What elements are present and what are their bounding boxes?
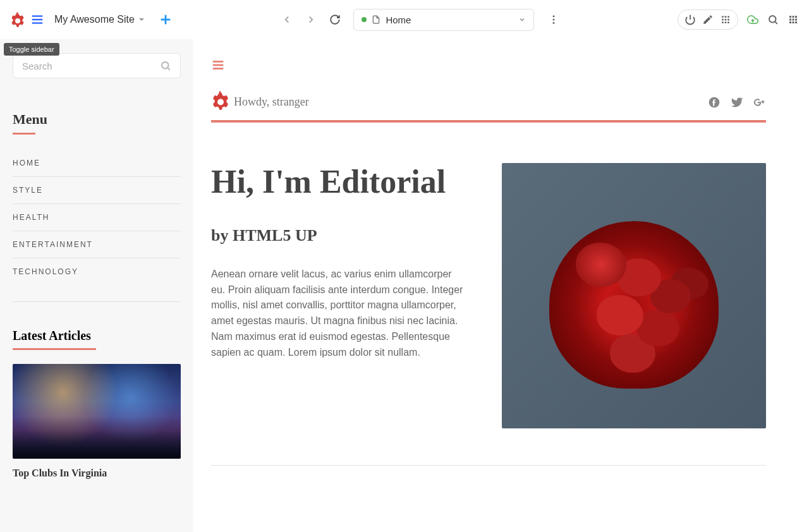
svg-point-12 — [722, 19, 724, 21]
greeting-text: Howdy, stranger — [234, 95, 309, 109]
toolbar-right — [678, 9, 799, 30]
svg-point-6 — [553, 19, 555, 21]
main-area: Menu HOME STYLE HEALTH ENTERTAINMENT TEC… — [0, 39, 809, 532]
svg-rect-26 — [789, 21, 791, 23]
google-plus-icon[interactable] — [753, 96, 766, 109]
svg-line-30 — [167, 68, 169, 70]
latest-article-title[interactable]: Top Clubs In Virginia — [13, 468, 181, 479]
more-options-button[interactable] — [548, 14, 559, 25]
caret-down-icon — [138, 16, 145, 23]
hero-section: Hi, I'm Editorial by HTML5 UP Aenean orn… — [211, 163, 766, 428]
svg-point-5 — [553, 15, 555, 17]
menu-list: HOME STYLE HEALTH ENTERTAINMENT TECHNOLO… — [13, 150, 181, 285]
page-icon — [372, 15, 380, 24]
content-area: Howdy, stranger Hi, I'm Editorial by HTM… — [193, 39, 809, 532]
hero-text-column: Hi, I'm Editorial by HTML5 UP Aenean orn… — [211, 163, 468, 428]
search-input[interactable] — [22, 61, 160, 71]
menu-item-entertainment[interactable]: ENTERTAINMENT — [13, 231, 181, 258]
grid-button[interactable] — [720, 14, 731, 25]
page-selector[interactable]: Home — [353, 9, 534, 31]
edit-button[interactable] — [702, 14, 714, 25]
social-icons — [708, 96, 766, 109]
page-selector-label: Home — [386, 15, 513, 25]
add-button[interactable] — [159, 13, 173, 27]
header-divider — [211, 120, 766, 123]
svg-point-14 — [727, 19, 729, 21]
menu-underline — [13, 133, 35, 135]
svg-point-10 — [725, 16, 727, 18]
svg-rect-28 — [795, 21, 797, 23]
site-title-label: My Awesome Site — [54, 14, 135, 25]
svg-point-9 — [722, 16, 724, 18]
svg-line-19 — [775, 21, 777, 23]
status-dot-icon — [362, 17, 367, 22]
forward-button[interactable] — [305, 14, 317, 25]
menu-item-technology[interactable]: TECHNOLOGY — [13, 258, 181, 285]
greeting: Howdy, stranger — [211, 91, 309, 109]
mode-pill — [678, 9, 738, 30]
facebook-icon[interactable] — [708, 96, 721, 109]
hero-title: Hi, I'm Editorial — [211, 163, 468, 201]
hero-subtitle: by HTML5 UP — [211, 226, 468, 245]
menu-item-style[interactable]: STYLE — [13, 177, 181, 204]
twitter-icon[interactable] — [731, 96, 743, 109]
search-box[interactable] — [13, 53, 181, 78]
nav-group — [281, 14, 341, 25]
menu-item-health[interactable]: HEALTH — [13, 204, 181, 231]
search-button[interactable] — [767, 14, 779, 25]
svg-point-17 — [727, 21, 729, 23]
content-menu-button[interactable] — [211, 58, 225, 72]
svg-point-29 — [162, 62, 169, 69]
svg-point-7 — [553, 22, 555, 24]
apps-button[interactable] — [788, 14, 799, 25]
reload-button[interactable] — [329, 14, 341, 25]
cloud-upload-button[interactable] — [747, 14, 758, 25]
svg-point-18 — [769, 16, 776, 23]
content-header: Howdy, stranger — [211, 91, 766, 109]
toggle-sidebar-button[interactable] — [30, 13, 44, 27]
svg-rect-27 — [793, 21, 794, 23]
svg-rect-25 — [795, 19, 797, 21]
svg-point-13 — [725, 19, 727, 21]
app-logo-icon — [10, 12, 25, 27]
svg-point-11 — [727, 16, 729, 18]
latest-underline — [13, 348, 96, 350]
app-toolbar: My Awesome Site Home — [0, 0, 809, 39]
sidebar: Menu HOME STYLE HEALTH ENTERTAINMENT TEC… — [0, 39, 193, 532]
menu-heading: Menu — [13, 111, 181, 128]
svg-rect-21 — [793, 16, 794, 18]
sidebar-divider — [13, 301, 181, 302]
menu-item-home[interactable]: HOME — [13, 150, 181, 177]
latest-articles-heading: Latest Articles — [13, 329, 181, 343]
search-icon — [160, 60, 171, 71]
svg-rect-20 — [789, 16, 791, 18]
svg-rect-24 — [793, 19, 794, 21]
svg-rect-23 — [789, 19, 791, 21]
site-title-dropdown[interactable]: My Awesome Site — [54, 14, 145, 25]
svg-point-16 — [725, 21, 727, 23]
back-button[interactable] — [281, 14, 293, 25]
content-divider — [211, 465, 766, 466]
power-button[interactable] — [684, 14, 696, 25]
hero-body-text: Aenean ornare velit lacus, ac varius eni… — [211, 267, 468, 361]
hero-image — [502, 163, 766, 428]
site-logo-icon — [211, 91, 230, 110]
svg-rect-22 — [795, 16, 797, 18]
latest-article-image[interactable] — [13, 364, 181, 459]
tooltip: Toggle sidebar — [4, 43, 59, 56]
svg-point-15 — [722, 21, 724, 23]
chevron-down-icon — [518, 16, 526, 23]
